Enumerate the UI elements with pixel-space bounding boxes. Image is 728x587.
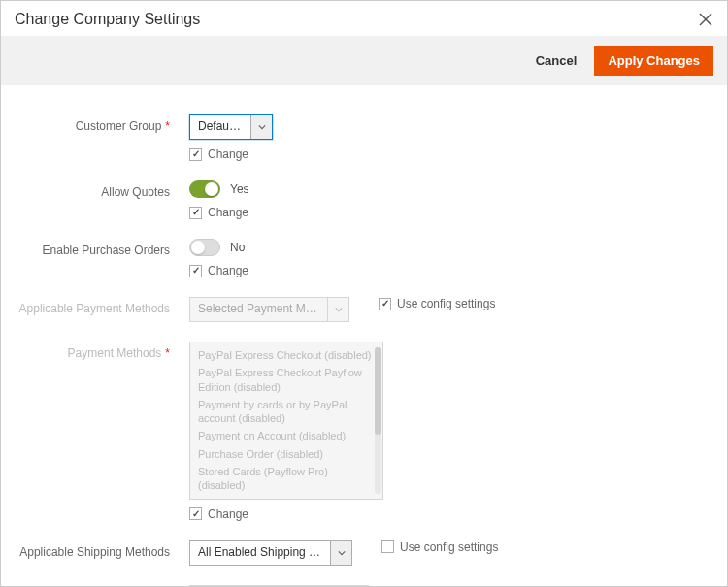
dropdown-arrow-icon <box>250 115 272 139</box>
dropdown-arrow-icon <box>327 298 348 321</box>
list-item: Payment on Account (disabled) <box>190 427 382 444</box>
label-customer-group: Customer Group* <box>15 114 189 133</box>
allow-quotes-change-checkbox[interactable] <box>189 207 202 219</box>
cancel-button[interactable]: Cancel <box>536 53 578 68</box>
list-item: PayPal Express Checkout (disabled) <box>190 346 382 364</box>
field-applicable-shipping-methods: Applicable Shipping Methods All Enabled … <box>15 540 713 566</box>
form-area: Customer Group* Default (Ge… Change Allo… <box>1 85 727 587</box>
customer-group-change-checkbox[interactable] <box>189 148 202 161</box>
shipping-use-config-checkbox[interactable] <box>381 540 394 553</box>
allow-quotes-change-label: Change <box>208 206 248 219</box>
allow-quotes-toggle[interactable] <box>189 180 220 198</box>
list-item: Stored Cards (Payflow Pro) (disabled) <box>190 463 382 495</box>
shipping-use-config-label: Use config settings <box>400 540 498 554</box>
customer-group-change-label: Change <box>208 147 248 161</box>
close-button[interactable] <box>698 12 713 27</box>
apply-changes-button[interactable]: Apply Changes <box>594 46 713 76</box>
enable-purchase-orders-change-checkbox[interactable] <box>189 265 202 277</box>
field-payment-methods: Payment Methods* PayPal Express Checkout… <box>15 342 713 521</box>
enable-purchase-orders-change-label: Change <box>208 264 248 277</box>
label-applicable-payment-methods: Applicable Payment Methods <box>15 297 189 315</box>
payment-methods-multiselect: PayPal Express Checkout (disabled) PayPa… <box>189 342 383 500</box>
applicable-payment-methods-select: Selected Payment Methods <box>189 297 349 322</box>
label-applicable-shipping-methods: Applicable Shipping Methods <box>15 540 189 559</box>
modal-header: Change Company Settings <box>1 1 727 34</box>
field-customer-group: Customer Group* Default (Ge… Change <box>15 114 713 161</box>
list-item: Purchase Order (disabled) <box>190 445 382 463</box>
modal-title: Change Company Settings <box>15 11 200 28</box>
customer-group-value: Default (Ge… <box>190 115 250 139</box>
payment-use-config-label: Use config settings <box>397 297 495 310</box>
field-allow-quotes: Allow Quotes Yes Change <box>15 180 713 219</box>
list-item: PayPal Express Checkout Payflow Edition … <box>190 364 382 396</box>
applicable-shipping-methods-select[interactable]: All Enabled Shipping Methods <box>189 540 352 566</box>
allow-quotes-value: Yes <box>230 182 249 196</box>
dropdown-arrow-icon <box>330 541 351 565</box>
close-icon <box>699 13 712 26</box>
field-applicable-payment-methods: Applicable Payment Methods Selected Paym… <box>15 297 713 322</box>
list-item: Payment by cards or by PayPal account (d… <box>190 396 382 428</box>
action-bar: Cancel Apply Changes <box>1 36 727 85</box>
applicable-shipping-methods-value: All Enabled Shipping Methods <box>190 541 330 565</box>
label-allow-quotes: Allow Quotes <box>15 180 189 199</box>
customer-group-select[interactable]: Default (Ge… <box>189 114 273 140</box>
payment-use-config-checkbox[interactable] <box>379 298 391 310</box>
enable-purchase-orders-value: No <box>230 241 245 254</box>
label-payment-methods: Payment Methods* <box>15 342 189 360</box>
field-enable-purchase-orders: Enable Purchase Orders No Change <box>15 239 713 277</box>
applicable-payment-methods-value: Selected Payment Methods <box>190 298 327 321</box>
payment-methods-change-label: Change <box>208 507 248 521</box>
payment-methods-change-checkbox[interactable] <box>189 507 202 520</box>
enable-purchase-orders-toggle[interactable] <box>189 239 220 256</box>
scrollbar[interactable] <box>375 347 381 494</box>
label-enable-purchase-orders: Enable Purchase Orders <box>15 239 189 257</box>
